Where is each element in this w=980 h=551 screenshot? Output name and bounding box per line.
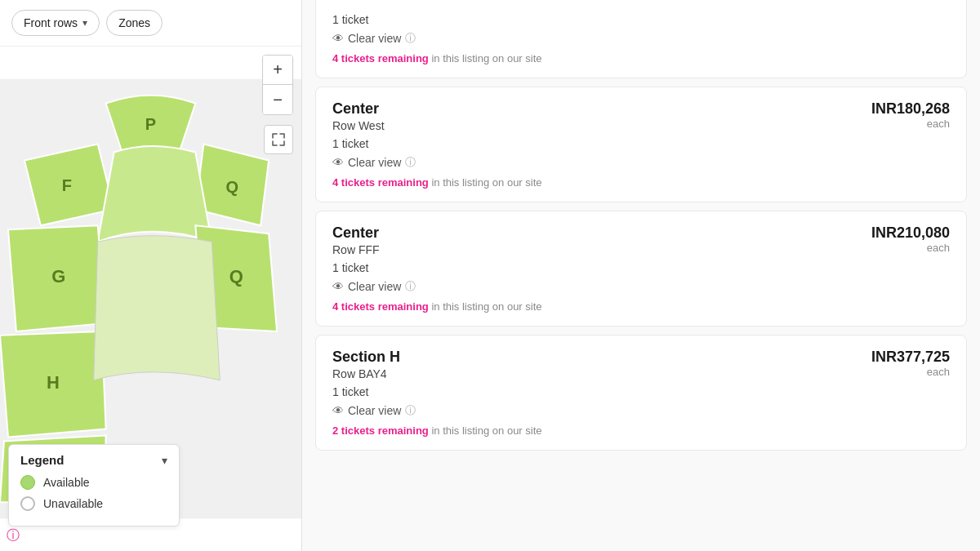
remaining-rest-0: in this listing on our site [431, 52, 541, 64]
svg-text:Q: Q [229, 266, 243, 287]
svg-text:F: F [62, 176, 72, 194]
legend-title: Legend [20, 453, 64, 467]
price-each-2: each [871, 242, 950, 254]
remaining-rest-1: in this listing on our site [431, 176, 541, 189]
zones-label: Zones [118, 16, 150, 29]
ticket-count-0: 1 ticket [332, 13, 950, 26]
available-label: Available [43, 476, 90, 489]
zones-button[interactable]: Zones [106, 10, 163, 36]
remaining-rest-3: in this listing on our site [431, 424, 541, 437]
remaining-0: 4 tickets remaining in this listing on o… [332, 52, 950, 64]
front-rows-label: Front rows [24, 16, 78, 29]
fullscreen-button[interactable] [264, 125, 293, 154]
eye-icon-3: 👁 [332, 404, 344, 417]
ticket-row-1: Row West [332, 119, 871, 132]
remaining-rest-2: in this listing on our site [431, 300, 541, 313]
ticket-cards-container: Center Row West 1 ticket 👁 Clear view ⓘ … [302, 87, 980, 451]
ticket-listing-panel: 1 ticket 👁 Clear view ⓘ 4 tickets remain… [302, 0, 980, 551]
ticket-count-2: 1 ticket [332, 261, 871, 274]
clear-view-3: 👁 Clear view ⓘ [332, 403, 871, 418]
ticket-card-3[interactable]: Section H Row BAY4 1 ticket 👁 Clear view… [315, 335, 967, 451]
remaining-bold-0: 4 tickets remaining [332, 52, 429, 64]
price-each-1: each [871, 118, 950, 130]
clear-view-label-2: Clear view [348, 280, 401, 293]
eye-icon-1: 👁 [332, 156, 344, 169]
ticket-info-2: Center Row FFF 1 ticket 👁 Clear view ⓘ 4… [332, 224, 871, 313]
info-icon-1[interactable]: ⓘ [405, 155, 416, 170]
front-rows-button[interactable]: Front rows ▾ [11, 10, 100, 36]
clear-view-label-0: Clear view [348, 32, 401, 45]
ticket-row-3: Row BAY4 [332, 367, 871, 380]
zoom-in-button[interactable]: + [263, 56, 292, 85]
unavailable-dot [20, 496, 35, 511]
zoom-controls: + − [262, 55, 293, 115]
legend-header: Legend ▾ [20, 453, 167, 467]
clear-view-2: 👁 Clear view ⓘ [332, 279, 871, 294]
info-icon-bottom[interactable]: ⓘ [7, 527, 20, 544]
remaining-bold-1: 4 tickets remaining [332, 176, 429, 189]
remaining-3: 2 tickets remaining in this listing on o… [332, 424, 871, 437]
ticket-section-3: Section H [332, 349, 871, 366]
clear-view-label-1: Clear view [348, 156, 401, 169]
info-icon-3[interactable]: ⓘ [405, 403, 416, 418]
legend-unavailable: Unavailable [20, 496, 167, 511]
ticket-card-2[interactable]: Center Row FFF 1 ticket 👁 Clear view ⓘ 4… [315, 211, 967, 327]
ticket-section-1: Center [332, 100, 871, 118]
ticket-info-3: Section H Row BAY4 1 ticket 👁 Clear view… [332, 349, 871, 437]
svg-text:G: G [51, 266, 65, 287]
unavailable-label: Unavailable [43, 497, 103, 510]
legend-panel: Legend ▾ Available Unavailable [8, 444, 180, 527]
available-dot [20, 475, 35, 490]
ticket-price-1: INR180,268 each [871, 100, 950, 130]
top-controls: Front rows ▾ Zones [0, 0, 301, 47]
ticket-info-1: Center Row West 1 ticket 👁 Clear view ⓘ … [332, 100, 871, 189]
fullscreen-icon [272, 133, 285, 146]
ticket-info-0: 1 ticket 👁 Clear view ⓘ 4 tickets remain… [332, 13, 950, 64]
ticket-card-1[interactable]: Center Row West 1 ticket 👁 Clear view ⓘ … [315, 87, 967, 202]
price-amount-2: INR210,080 [871, 224, 950, 242]
svg-text:P: P [145, 115, 156, 133]
info-icon-2[interactable]: ⓘ [405, 279, 416, 294]
left-panel: Front rows ▾ Zones + − P F [0, 0, 302, 551]
ticket-count-1: 1 ticket [332, 137, 871, 150]
ticket-row-2: Row FFF [332, 243, 871, 256]
price-amount-1: INR180,268 [871, 100, 950, 118]
clear-view-label-3: Clear view [348, 404, 401, 417]
price-amount-3: INR377,725 [871, 349, 950, 366]
eye-icon-0: 👁 [332, 32, 344, 45]
ticket-section-2: Center [332, 224, 871, 242]
svg-text:H: H [47, 372, 60, 393]
remaining-2: 4 tickets remaining in this listing on o… [332, 300, 871, 313]
clear-view-0: 👁 Clear view ⓘ [332, 31, 950, 46]
legend-chevron-icon: ▾ [162, 454, 167, 467]
info-icon-0[interactable]: ⓘ [405, 31, 416, 46]
clear-view-1: 👁 Clear view ⓘ [332, 155, 871, 170]
eye-icon-2: 👁 [332, 280, 344, 293]
ticket-card-0[interactable]: 1 ticket 👁 Clear view ⓘ 4 tickets remain… [315, 0, 967, 78]
zoom-out-button[interactable]: − [263, 85, 292, 114]
ticket-count-3: 1 ticket [332, 385, 871, 398]
ticket-price-3: INR377,725 each [871, 349, 950, 378]
remaining-1: 4 tickets remaining in this listing on o… [332, 176, 871, 189]
price-each-3: each [871, 366, 950, 378]
ticket-price-2: INR210,080 each [871, 224, 950, 254]
chevron-down-icon: ▾ [82, 17, 87, 29]
remaining-bold-3: 2 tickets remaining [332, 424, 429, 437]
venue-map[interactable]: + − P F Q G [0, 47, 301, 551]
legend-available: Available [20, 475, 167, 490]
svg-text:Q: Q [225, 178, 238, 196]
remaining-bold-2: 4 tickets remaining [332, 300, 429, 313]
